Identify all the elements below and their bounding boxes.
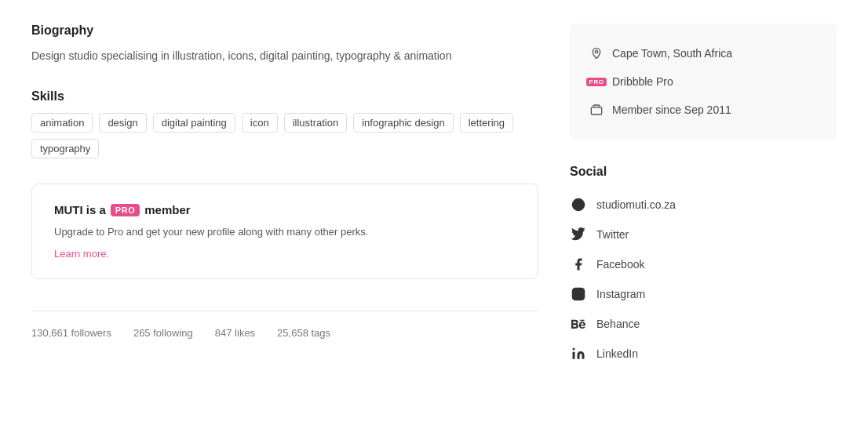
skill-tag[interactable]: digital painting xyxy=(153,113,235,133)
skill-tag[interactable]: illustration xyxy=(284,113,348,133)
pro-badge: PRO xyxy=(111,204,140,216)
biography-text: Design studio specialising in illustrati… xyxy=(31,47,538,64)
info-location: Cape Town, South Africa xyxy=(589,39,818,67)
pro-status-text: Dribbble Pro xyxy=(612,75,673,88)
stat-item: 25,658 tags xyxy=(277,327,330,339)
skills-section: Skills animationdesigndigital paintingic… xyxy=(31,89,538,158)
social-item-label: studiomuti.co.za xyxy=(596,198,676,211)
skills-title: Skills xyxy=(31,89,538,104)
main-content: Biography Design studio specialising in … xyxy=(31,24,538,369)
social-item-behance[interactable]: Behance xyxy=(570,309,837,339)
globe-icon xyxy=(570,196,587,213)
svg-rect-1 xyxy=(591,107,601,114)
social-title: Social xyxy=(570,165,837,179)
skill-tag[interactable]: infographic design xyxy=(353,113,454,133)
biography-section: Biography Design studio specialising in … xyxy=(31,24,538,64)
stat-item: 130,661 followers xyxy=(31,327,111,339)
social-item-linkedin[interactable]: LinkedIn xyxy=(570,339,837,369)
info-pro: PRO Dribbble Pro xyxy=(589,67,818,96)
skill-tag[interactable]: typography xyxy=(31,139,99,158)
social-item-label: Facebook xyxy=(596,258,644,271)
social-item-globe[interactable]: studiomuti.co.za xyxy=(570,190,837,220)
sidebar: Cape Town, South Africa PRO Dribbble Pro… xyxy=(570,24,837,369)
skill-tag[interactable]: icon xyxy=(242,113,278,133)
location-icon xyxy=(589,45,604,61)
social-item-facebook[interactable]: Facebook xyxy=(570,249,837,279)
pro-banner: MUTI is a PRO member Upgrade to Pro and … xyxy=(31,184,538,279)
facebook-icon xyxy=(570,256,587,273)
social-item-twitter[interactable]: Twitter xyxy=(570,220,837,249)
svg-point-0 xyxy=(595,50,597,53)
pro-banner-prefix: MUTI is a xyxy=(54,203,106,216)
learn-more-link[interactable]: Learn more. xyxy=(54,248,109,260)
behance-icon xyxy=(570,315,587,333)
social-item-label: LinkedIn xyxy=(596,347,638,360)
biography-title: Biography xyxy=(31,24,538,38)
member-since-text: Member since Sep 2011 xyxy=(612,104,731,116)
pro-banner-suffix: member xyxy=(144,203,190,216)
social-item-label: Behance xyxy=(596,318,640,330)
info-card: Cape Town, South Africa PRO Dribbble Pro… xyxy=(570,24,837,140)
pro-banner-description: Upgrade to Pro and get your new profile … xyxy=(54,224,516,241)
member-icon xyxy=(589,102,604,118)
stat-item: 847 likes xyxy=(215,327,255,339)
stat-item: 265 following xyxy=(133,327,193,339)
social-item-label: Twitter xyxy=(596,228,629,241)
stats-bar: 130,661 followers265 following847 likes2… xyxy=(31,311,538,339)
pro-icon: PRO xyxy=(589,74,604,89)
social-item-instagram[interactable]: Instagram xyxy=(570,279,837,309)
instagram-icon xyxy=(570,285,587,303)
location-text: Cape Town, South Africa xyxy=(612,47,732,60)
skill-tag[interactable]: lettering xyxy=(460,113,513,133)
social-section: Social studiomuti.co.zaTwitterFacebookIn… xyxy=(570,165,837,369)
twitter-icon xyxy=(570,226,587,243)
social-list: studiomuti.co.zaTwitterFacebookInstagram… xyxy=(570,190,837,369)
page-wrapper: Biography Design studio specialising in … xyxy=(0,0,868,392)
skills-list: animationdesigndigital paintingiconillus… xyxy=(31,113,538,158)
linkedin-icon xyxy=(570,345,587,362)
info-member: Member since Sep 2011 xyxy=(589,96,818,124)
pro-banner-title: MUTI is a PRO member xyxy=(54,203,516,216)
svg-point-6 xyxy=(573,348,575,351)
skill-tag[interactable]: animation xyxy=(31,113,93,133)
social-item-label: Instagram xyxy=(596,288,645,300)
skill-tag[interactable]: design xyxy=(99,113,146,133)
